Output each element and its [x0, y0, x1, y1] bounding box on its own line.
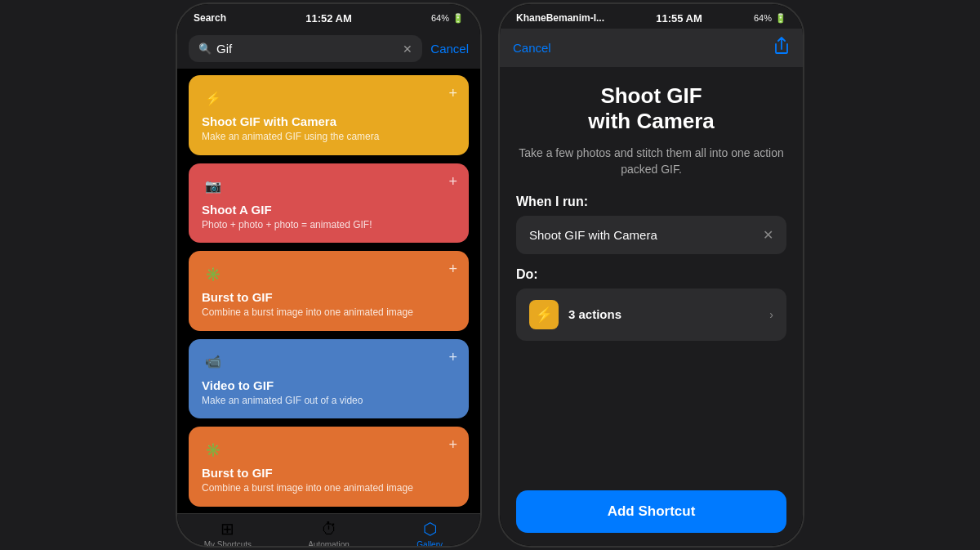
card-subtitle-3: Combine a burst image into one animated …	[202, 306, 456, 320]
my-shortcuts-label: My Shortcuts	[204, 540, 252, 548]
search-bar[interactable]: 🔍 Gif ✕	[189, 35, 422, 62]
card-icon-video: 📹	[202, 351, 225, 373]
do-card-bolt-icon: ⚡	[529, 300, 559, 329]
search-clear-icon[interactable]: ✕	[403, 42, 412, 56]
add-shortcut-plus-icon-3[interactable]: +	[448, 261, 457, 278]
when-input-text: Shoot GIF with Camera	[529, 228, 657, 242]
shortcut-card-shoot-gif-camera[interactable]: + ⚡ Shoot GIF with Camera Make an animat…	[189, 75, 469, 155]
detail-title: Shoot GIFwith Camera	[516, 83, 786, 134]
do-actions-label: 3 actions	[568, 307, 621, 321]
battery-percent: 64%	[431, 13, 449, 23]
detail-description: Take a few photos and stitch them all in…	[516, 145, 786, 177]
add-shortcut-plus-icon[interactable]: +	[448, 85, 457, 102]
card-icon-sun: ✳️	[202, 262, 225, 285]
gallery-label: Gallery	[416, 540, 443, 548]
card-subtitle-5: Combine a burst image into one animated …	[202, 482, 456, 495]
card-subtitle-4: Make an animated GIF out of a video	[202, 395, 456, 408]
right-status-bar: KhaneBemanim-I... 11:55 AM 64% 🔋	[500, 4, 803, 29]
battery-icon: 🔋	[452, 13, 464, 24]
shortcut-card-burst-to-gif[interactable]: + ✳️ Burst to GIF Combine a burst image …	[189, 251, 469, 331]
card-title-4: Video to GIF	[202, 378, 456, 392]
card-icon-bolt: ⚡	[202, 87, 225, 110]
do-card-chevron-icon: ›	[769, 308, 773, 321]
card-title-3: Burst to GIF	[202, 290, 456, 304]
shortcuts-list: + ⚡ Shoot GIF with Camera Make an animat…	[177, 69, 480, 513]
card-icon-camera: 📷	[202, 175, 225, 198]
do-label: Do:	[516, 267, 786, 282]
card-subtitle: Make an animated GIF using the camera	[202, 131, 456, 144]
add-shortcut-button[interactable]: Add Shortcut	[516, 490, 786, 533]
shortcut-card-burst-to-gif-2[interactable]: + ✳️ Burst to GIF Combine a burst image …	[189, 427, 469, 507]
gallery-icon: ⬡	[423, 519, 437, 539]
card-title: Shoot GIF with Camera	[202, 114, 456, 128]
when-input-box[interactable]: Shoot GIF with Camera ✕	[516, 216, 786, 254]
my-shortcuts-icon: ⊞	[220, 519, 234, 539]
status-carrier: Search	[194, 12, 226, 24]
when-label: When I run:	[516, 195, 786, 209]
add-shortcut-plus-icon-5[interactable]: +	[448, 436, 457, 454]
right-status-battery: 64% 🔋	[754, 13, 786, 24]
tab-automation[interactable]: ⏱ Automation	[278, 520, 380, 548]
add-shortcut-plus-icon-2[interactable]: +	[448, 173, 457, 190]
right-battery-icon: 🔋	[775, 13, 786, 24]
do-actions-card[interactable]: ⚡ 3 actions ›	[516, 288, 786, 341]
tab-gallery[interactable]: ⬡ Gallery	[379, 519, 480, 548]
left-phone: Search 11:52 AM 64% 🔋 🔍 Gif ✕ Cancel + ⚡	[176, 2, 482, 548]
detail-content: Shoot GIFwith Camera Take a few photos a…	[500, 67, 803, 546]
status-battery: 64% 🔋	[431, 13, 464, 24]
shortcut-card-shoot-a-gif[interactable]: + 📷 Shoot A GIF Photo + photo + photo = …	[189, 163, 469, 244]
search-cancel-button[interactable]: Cancel	[430, 42, 469, 56]
shortcut-card-video-to-gif[interactable]: + 📹 Video to GIF Make an animated GIF ou…	[189, 339, 469, 419]
status-time: 11:52 AM	[305, 12, 352, 25]
tab-bar: ⊞ My Shortcuts ⏱ Automation ⬡ Gallery	[177, 513, 480, 548]
when-input-clear-icon[interactable]: ✕	[763, 227, 773, 243]
right-status-carrier: KhaneBemanim-I...	[516, 12, 604, 24]
do-card-left: ⚡ 3 actions	[529, 300, 621, 329]
left-screen: 🔍 Gif ✕ Cancel + ⚡ Shoot GIF with Camera…	[177, 29, 480, 548]
add-shortcut-plus-icon-4[interactable]: +	[448, 349, 457, 366]
card-title-5: Burst to GIF	[202, 466, 456, 480]
card-subtitle-2: Photo + photo + photo = animated GIF!	[202, 219, 456, 232]
card-icon-sun-2: ✳️	[202, 438, 225, 461]
detail-cancel-button[interactable]: Cancel	[513, 41, 551, 55]
automation-icon: ⏱	[321, 520, 337, 539]
right-battery-percent: 64%	[754, 13, 772, 23]
tab-my-shortcuts[interactable]: ⊞ My Shortcuts	[177, 519, 278, 548]
detail-top-bar: Cancel	[500, 29, 803, 67]
search-text[interactable]: Gif	[216, 42, 398, 56]
left-status-bar: Search 11:52 AM 64% 🔋	[177, 4, 480, 29]
right-status-time: 11:55 AM	[656, 12, 702, 25]
search-icon: 🔍	[198, 42, 212, 55]
detail-share-button[interactable]	[773, 37, 790, 59]
automation-label: Automation	[308, 540, 350, 548]
search-container: 🔍 Gif ✕ Cancel	[177, 29, 480, 69]
right-phone: KhaneBemanim-I... 11:55 AM 64% 🔋 Cancel …	[498, 2, 804, 548]
add-shortcut-label: Add Shortcut	[608, 503, 696, 519]
detail-screen: Cancel Shoot GIFwith Camera Take a few p…	[500, 29, 803, 546]
card-title-2: Shoot A GIF	[202, 203, 456, 217]
